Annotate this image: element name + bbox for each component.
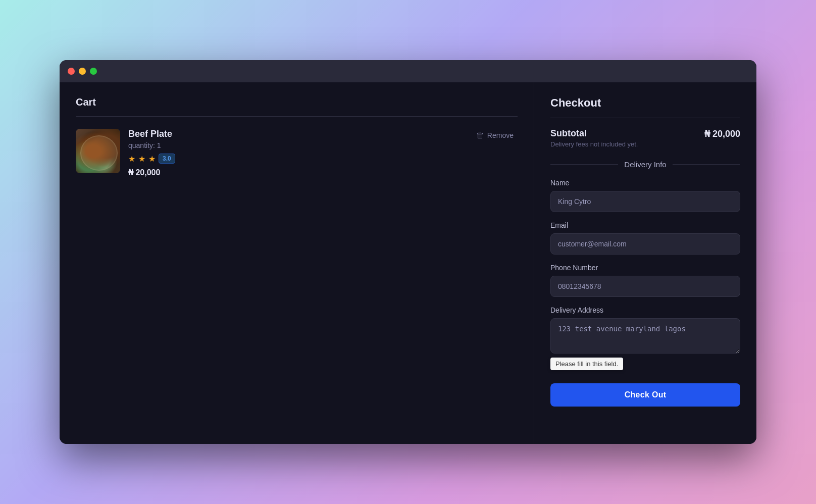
checkout-divider [550, 118, 740, 118]
main-content: Cart Beef Plate quantity: 1 ★ ★ ★ 3.0 [60, 82, 756, 444]
remove-button[interactable]: 🗑 Remove [472, 129, 518, 142]
email-input[interactable] [550, 233, 740, 255]
address-field-group: Delivery Address Please fill in this fie… [550, 306, 740, 370]
phone-input[interactable] [550, 276, 740, 297]
cart-title: Cart [76, 96, 518, 108]
remove-label: Remove [487, 131, 514, 139]
email-label: Email [550, 221, 740, 229]
item-rating: ★ ★ ★ 3.0 [128, 154, 518, 164]
cart-item: Beef Plate quantity: 1 ★ ★ ★ 3.0 ₦ 20,00… [76, 129, 518, 177]
item-details: Beef Plate quantity: 1 ★ ★ ★ 3.0 ₦ 20,00… [128, 129, 518, 177]
name-field-group: Name [550, 179, 740, 212]
cart-divider [76, 116, 518, 117]
star-1: ★ [128, 154, 135, 164]
subtotal-label: Subtotal [550, 128, 638, 139]
close-button[interactable] [68, 68, 75, 75]
rating-badge: 3.0 [159, 154, 175, 164]
delivery-info-line-right [673, 164, 740, 165]
traffic-lights [68, 68, 97, 75]
item-name: Beef Plate [128, 129, 518, 139]
checkout-button[interactable]: Check Out [550, 383, 740, 407]
titlebar [60, 60, 756, 82]
address-tooltip: Please fill in this field. [550, 358, 623, 370]
minimize-button[interactable] [79, 68, 86, 75]
item-image [76, 129, 120, 173]
subtotal-note: Delivery fees not included yet. [550, 140, 638, 148]
checkout-panel: Checkout Subtotal Delivery fees not incl… [534, 82, 756, 444]
app-window: Cart Beef Plate quantity: 1 ★ ★ ★ 3.0 [60, 60, 756, 444]
address-input[interactable] [550, 318, 740, 354]
item-image-visual [76, 129, 120, 173]
checkout-title: Checkout [550, 96, 740, 110]
maximize-button[interactable] [90, 68, 97, 75]
subtotal-amount: ₦ 20,000 [704, 128, 740, 139]
item-quantity: quantity: 1 [128, 141, 518, 149]
address-label: Delivery Address [550, 306, 740, 314]
star-3: ★ [148, 154, 156, 164]
delivery-info-divider: Delivery Info [550, 160, 740, 169]
name-label: Name [550, 179, 740, 187]
delivery-info-label: Delivery Info [624, 160, 666, 169]
item-price: ₦ 20,000 [128, 168, 518, 177]
phone-label: Phone Number [550, 264, 740, 272]
subtotal-row: Subtotal Delivery fees not included yet.… [550, 128, 740, 148]
subtotal-left: Subtotal Delivery fees not included yet. [550, 128, 638, 148]
delivery-info-line-left [550, 164, 618, 165]
email-field-group: Email [550, 221, 740, 255]
star-2: ★ [138, 154, 145, 164]
trash-icon: 🗑 [476, 131, 484, 140]
phone-field-group: Phone Number [550, 264, 740, 297]
cart-panel: Cart Beef Plate quantity: 1 ★ ★ ★ 3.0 [60, 82, 534, 444]
name-input[interactable] [550, 191, 740, 212]
